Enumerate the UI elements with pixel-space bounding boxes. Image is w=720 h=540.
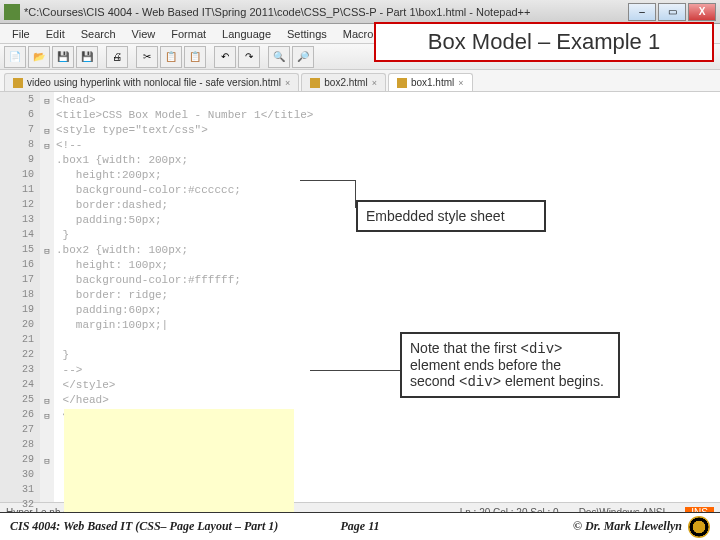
code-line[interactable]: height: 100px;: [54, 259, 720, 274]
line-number: 28: [0, 439, 40, 454]
fold-mark[interactable]: [40, 169, 54, 184]
fold-mark[interactable]: [40, 484, 54, 499]
fold-mark[interactable]: [40, 214, 54, 229]
fold-mark[interactable]: [40, 439, 54, 454]
line-number: 27: [0, 424, 40, 439]
document-tabs: video using hyperlink with nonlocal file…: [0, 70, 720, 92]
fold-mark[interactable]: [40, 364, 54, 379]
fold-mark[interactable]: [40, 199, 54, 214]
fold-mark[interactable]: [40, 109, 54, 124]
redo-icon[interactable]: ↷: [238, 46, 260, 68]
replace-icon[interactable]: 🔎: [292, 46, 314, 68]
close-icon[interactable]: ×: [285, 78, 290, 88]
code-line[interactable]: background-color:#cccccc;: [54, 184, 720, 199]
minimize-button[interactable]: –: [628, 3, 656, 21]
line-number: 16: [0, 259, 40, 274]
code-line[interactable]: .box1 {width: 200px;: [54, 154, 720, 169]
tab-video[interactable]: video using hyperlink with nonlocal file…: [4, 73, 299, 91]
callout-line: [300, 180, 356, 208]
code-area[interactable]: <head><title>CSS Box Model - Number 1</t…: [54, 92, 720, 502]
close-icon[interactable]: ×: [372, 78, 377, 88]
fold-mark[interactable]: [40, 184, 54, 199]
fold-mark[interactable]: [40, 274, 54, 289]
fold-mark[interactable]: ⊟: [40, 454, 54, 469]
menu-settings[interactable]: Settings: [279, 26, 335, 42]
menu-format[interactable]: Format: [163, 26, 214, 42]
menu-edit[interactable]: Edit: [38, 26, 73, 42]
title-bar: *C:\Courses\CIS 4004 - Web Based IT\Spri…: [0, 0, 720, 24]
line-number-gutter: 5678910111213141516171819202122232425262…: [0, 92, 40, 502]
fold-mark[interactable]: [40, 289, 54, 304]
fold-mark[interactable]: ⊟: [40, 394, 54, 409]
window-title: *C:\Courses\CIS 4004 - Web Based IT\Spri…: [24, 6, 628, 18]
fold-mark[interactable]: ⊟: [40, 94, 54, 109]
undo-icon[interactable]: ↶: [214, 46, 236, 68]
highlight-block-1: [64, 409, 294, 529]
code-line[interactable]: </head>: [54, 394, 720, 409]
code-line[interactable]: <!--: [54, 139, 720, 154]
line-number: 22: [0, 349, 40, 364]
menu-file[interactable]: File: [4, 26, 38, 42]
fold-mark[interactable]: ⊟: [40, 244, 54, 259]
line-number: 19: [0, 304, 40, 319]
close-icon[interactable]: ×: [458, 78, 463, 88]
code-line[interactable]: background-color:#ffffff;: [54, 274, 720, 289]
code-line[interactable]: }: [54, 349, 720, 364]
tab-box1[interactable]: box1.html ×: [388, 73, 473, 91]
line-number: 17: [0, 274, 40, 289]
fold-mark[interactable]: [40, 334, 54, 349]
code-line[interactable]: height:200px;: [54, 169, 720, 184]
save-all-icon[interactable]: 💾: [76, 46, 98, 68]
code-line[interactable]: padding:60px;: [54, 304, 720, 319]
line-number: 9: [0, 154, 40, 169]
code-line[interactable]: <head>: [54, 94, 720, 109]
menu-view[interactable]: View: [124, 26, 164, 42]
save-icon[interactable]: 💾: [52, 46, 74, 68]
tab-box2[interactable]: box2.html ×: [301, 73, 386, 91]
print-icon[interactable]: 🖨: [106, 46, 128, 68]
find-icon[interactable]: 🔍: [268, 46, 290, 68]
annotation-div-note: Note that the first <div> element ends b…: [400, 332, 620, 398]
app-icon: [4, 4, 20, 20]
tab-label: box1.html: [411, 77, 454, 88]
footer-course: CIS 4004: Web Based IT (CSS– Page Layout…: [10, 519, 300, 534]
code-line[interactable]: border: ridge;: [54, 289, 720, 304]
paste-icon[interactable]: 📋: [184, 46, 206, 68]
code-line[interactable]: </style>: [54, 379, 720, 394]
line-number: 11: [0, 184, 40, 199]
fold-mark[interactable]: ⊟: [40, 124, 54, 139]
code-line[interactable]: <title>CSS Box Model - Number 1</title>: [54, 109, 720, 124]
new-file-icon[interactable]: 📄: [4, 46, 26, 68]
line-number: 10: [0, 169, 40, 184]
fold-mark[interactable]: [40, 259, 54, 274]
fold-mark[interactable]: [40, 469, 54, 484]
cut-icon[interactable]: ✂: [136, 46, 158, 68]
fold-mark[interactable]: [40, 379, 54, 394]
line-number: 12: [0, 199, 40, 214]
fold-mark[interactable]: [40, 349, 54, 364]
open-file-icon[interactable]: 📂: [28, 46, 50, 68]
fold-mark[interactable]: [40, 154, 54, 169]
tab-label: box2.html: [324, 77, 367, 88]
menu-search[interactable]: Search: [73, 26, 124, 42]
code-line[interactable]: [54, 334, 720, 349]
code-line[interactable]: -->: [54, 364, 720, 379]
line-number: 15: [0, 244, 40, 259]
code-line[interactable]: .box2 {width: 100px;: [54, 244, 720, 259]
fold-mark[interactable]: [40, 319, 54, 334]
footer-page: Page 11: [300, 519, 420, 534]
menu-language[interactable]: Language: [214, 26, 279, 42]
close-button[interactable]: X: [688, 3, 716, 21]
copy-icon[interactable]: 📋: [160, 46, 182, 68]
fold-mark[interactable]: [40, 304, 54, 319]
line-number: 7: [0, 124, 40, 139]
code-line[interactable]: margin:100px;|: [54, 319, 720, 334]
maximize-button[interactable]: ▭: [658, 3, 686, 21]
fold-mark[interactable]: ⊟: [40, 409, 54, 424]
editor[interactable]: 5678910111213141516171819202122232425262…: [0, 92, 720, 502]
code-line[interactable]: <style type="text/css">: [54, 124, 720, 139]
fold-mark[interactable]: [40, 229, 54, 244]
fold-mark[interactable]: [40, 424, 54, 439]
file-icon: [310, 78, 320, 88]
fold-mark[interactable]: ⊟: [40, 139, 54, 154]
